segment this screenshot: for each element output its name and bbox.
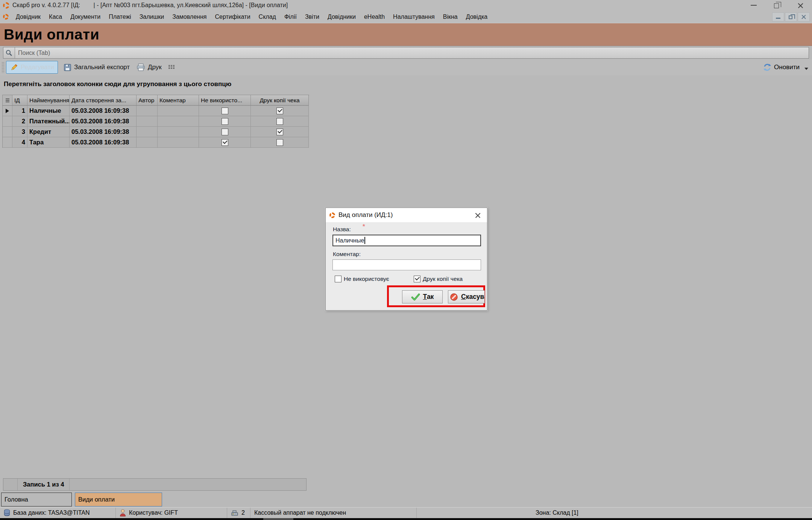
comment-input[interactable]: [332, 259, 481, 270]
not-used-checkbox[interactable]: Не використовує: [335, 276, 389, 282]
table-row-4[interactable]: 4Тара05.03.2008 16:09:38: [3, 137, 309, 148]
not-used-cell-checkbox[interactable]: [222, 129, 228, 135]
table-row-3[interactable]: 3Кредит05.03.2008 16:09:38: [3, 127, 309, 137]
not-used-cell-checkbox[interactable]: [222, 108, 228, 114]
not-used-cell-checkbox[interactable]: [222, 118, 228, 125]
table-cell[interactable]: 05.03.2008 16:09:38: [70, 106, 137, 116]
menu-item-13[interactable]: Налаштування: [389, 12, 439, 22]
menu-item-9[interactable]: Філії: [280, 12, 301, 22]
table-cell[interactable]: [3, 127, 12, 137]
table-cell[interactable]: [158, 116, 199, 127]
search-button[interactable]: [3, 47, 15, 58]
column-chooser-button[interactable]: [165, 63, 178, 71]
not-used-checkbox-box[interactable]: [335, 276, 341, 282]
name-input[interactable]: Наличные: [332, 235, 481, 246]
cash-register-icon: [231, 509, 238, 516]
menu-item-4[interactable]: Платежі: [105, 12, 135, 22]
menu-item-5[interactable]: Залишки: [135, 12, 168, 22]
table-row-1[interactable]: 1Наличные05.03.2008 16:09:38: [3, 106, 309, 116]
cancel-button[interactable]: Скасувати: [448, 290, 485, 303]
table-cell[interactable]: [251, 127, 309, 137]
column-header-7[interactable]: Друк копії чека: [251, 95, 309, 106]
taskbar-segment: [263, 518, 293, 520]
required-mark: *: [363, 223, 365, 230]
column-header-3[interactable]: Дата створення за...: [70, 95, 137, 106]
not-used-cell-checkbox[interactable]: [222, 139, 228, 146]
mdi-close-button[interactable]: [798, 12, 810, 21]
search-bar[interactable]: Поиск (Tab): [3, 47, 809, 59]
toolbar-drag-handle[interactable]: [2, 62, 5, 73]
menu-item-1[interactable]: Довідник: [12, 12, 45, 22]
search-input[interactable]: Поиск (Tab): [18, 50, 50, 56]
mdi-restore-button[interactable]: [785, 12, 797, 21]
print-copy-cell-checkbox[interactable]: [276, 129, 283, 135]
table-cell[interactable]: [199, 116, 251, 127]
table-cell[interactable]: [199, 127, 251, 137]
column-header-5[interactable]: Коментар: [158, 95, 199, 106]
table-cell[interactable]: [251, 106, 309, 116]
table-cell[interactable]: [137, 116, 158, 127]
table-cell[interactable]: [3, 106, 12, 116]
menu-item-15[interactable]: Довідка: [462, 12, 492, 22]
table-cell[interactable]: 3: [12, 127, 27, 137]
menu-item-8[interactable]: Склад: [255, 12, 280, 22]
menu-item-12[interactable]: eHealth: [360, 12, 389, 22]
menu-item-2[interactable]: Каса: [45, 12, 66, 22]
table-cell[interactable]: Платежный...: [27, 116, 70, 127]
restore-button[interactable]: [765, 0, 789, 11]
table-cell[interactable]: 4: [12, 137, 27, 148]
export-button[interactable]: Загальний експорт: [60, 62, 133, 73]
menu-item-7[interactable]: Сертифікати: [211, 12, 254, 22]
table-cell[interactable]: [199, 106, 251, 116]
table-cell[interactable]: 1: [12, 106, 27, 116]
print-copy-checkbox-label: Друк копії чека: [423, 276, 463, 282]
refresh-dropdown-icon[interactable]: [804, 68, 808, 70]
table-cell[interactable]: [137, 127, 158, 137]
table-cell[interactable]: Наличные: [27, 106, 70, 116]
menu-item-3[interactable]: Документи: [66, 12, 105, 22]
print-copy-checkbox[interactable]: Друк копії чека: [414, 276, 463, 282]
table-cell[interactable]: [251, 137, 309, 148]
table-cell[interactable]: [158, 106, 199, 116]
table-cell[interactable]: [3, 137, 12, 148]
table-cell[interactable]: 2: [12, 116, 27, 127]
print-copy-checkbox-box[interactable]: [414, 276, 420, 282]
menu-item-11[interactable]: Довідники: [323, 12, 360, 22]
column-header-6[interactable]: Не використо...: [199, 95, 251, 106]
table-cell[interactable]: [158, 127, 199, 137]
table-cell[interactable]: 05.03.2008 16:09:38: [70, 137, 137, 148]
dialog-close-button[interactable]: [472, 209, 483, 221]
table-corner-cell[interactable]: [3, 95, 12, 106]
bottom-tab-1[interactable]: Головна: [1, 493, 72, 506]
zone-label: Зона: Склад [1]: [536, 509, 578, 516]
menu-item-6[interactable]: Замовлення: [168, 12, 211, 22]
menu-item-10[interactable]: Звіти: [301, 12, 323, 22]
edit-button[interactable]: Редагувати: [6, 61, 58, 74]
column-header-2[interactable]: Найменування: [27, 95, 70, 106]
column-header-4[interactable]: Автор: [137, 95, 158, 106]
table-cell[interactable]: [158, 137, 199, 148]
table-row-2[interactable]: 2Платежный...05.03.2008 16:09:38: [3, 116, 309, 127]
menu-item-14[interactable]: Вікна: [439, 12, 462, 22]
columns-icon: [168, 65, 175, 70]
print-copy-cell-checkbox[interactable]: [276, 139, 283, 146]
bottom-tab-2[interactable]: Види оплати: [75, 493, 162, 506]
print-button[interactable]: Друк: [133, 62, 165, 73]
table-cell[interactable]: [251, 116, 309, 127]
close-button[interactable]: [789, 0, 812, 11]
refresh-button[interactable]: Оновити: [763, 63, 808, 71]
table-cell[interactable]: Кредит: [27, 127, 70, 137]
table-cell[interactable]: [3, 116, 12, 127]
print-copy-cell-checkbox[interactable]: [276, 108, 283, 114]
ok-button[interactable]: Так: [402, 290, 443, 303]
column-header-1[interactable]: ІД: [12, 95, 27, 106]
minimize-button[interactable]: [742, 0, 765, 11]
print-copy-cell-checkbox[interactable]: [276, 118, 283, 125]
table-cell[interactable]: 05.03.2008 16:09:38: [70, 127, 137, 137]
table-cell[interactable]: [137, 106, 158, 116]
table-cell[interactable]: [137, 137, 158, 148]
mdi-minimize-button[interactable]: [772, 12, 784, 21]
table-cell[interactable]: [199, 137, 251, 148]
table-cell[interactable]: Тара: [27, 137, 70, 148]
table-cell[interactable]: 05.03.2008 16:09:38: [70, 116, 137, 127]
